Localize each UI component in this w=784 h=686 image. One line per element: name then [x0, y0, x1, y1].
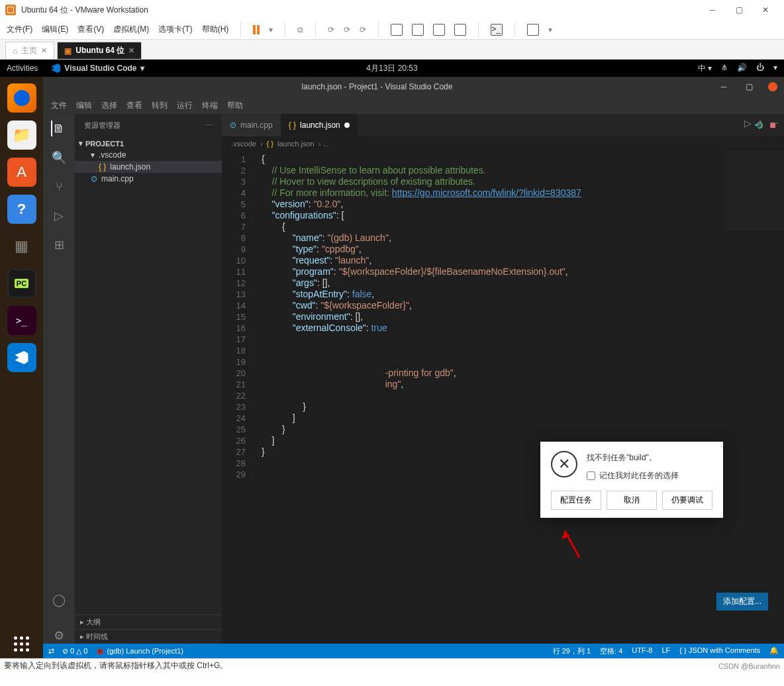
tool-icon[interactable]: ⟳ [344, 25, 350, 34]
snapshot-icon[interactable]: ⧉ [297, 25, 303, 34]
dock-firefox-icon[interactable] [7, 83, 36, 113]
debug-icon[interactable]: ▷ [51, 208, 67, 224]
explorer-label: 资源管理器 [84, 121, 121, 130]
minimize-button[interactable]: ─ [711, 77, 736, 97]
menu-view[interactable]: 查看 [126, 100, 142, 111]
vm-icon: ▣ [64, 46, 72, 56]
outline-section[interactable]: ▸ 大纲 [75, 614, 222, 629]
window-title: Ubuntu 64 位 - VMware Workstation [21, 5, 148, 16]
dock-terminal-icon[interactable] [7, 306, 36, 335]
breadcrumb-folder[interactable]: .vscode [231, 140, 256, 148]
status-spaces[interactable]: 空格: 4 [600, 646, 622, 656]
clock[interactable]: 4月13日 20:53 [366, 63, 417, 74]
pause-icon[interactable] [253, 25, 260, 34]
menu-file[interactable]: 文件(F) [7, 24, 32, 35]
tool-icon[interactable]: ⟳ [360, 25, 366, 34]
dock-files-icon[interactable]: 📁 [7, 121, 36, 150]
close-button[interactable] [768, 82, 777, 91]
search-icon[interactable]: 🔍 [51, 150, 67, 166]
dock-apps-icon[interactable] [14, 636, 29, 652]
network-icon[interactable]: ⋔ [721, 63, 728, 74]
more-icon[interactable]: ⋯ [769, 118, 779, 128]
file-launch-json[interactable]: { } launch.json [75, 161, 222, 173]
menu-help[interactable]: 帮助(H) [202, 24, 229, 35]
status-eol[interactable]: LF [662, 646, 671, 656]
status-language[interactable]: { } JSON with Comments [679, 646, 760, 656]
error-icon: ✕ [551, 451, 577, 477]
menu-tabs[interactable]: 选项卡(T) [158, 24, 192, 35]
dock-help-icon[interactable]: ? [7, 195, 36, 224]
menu-edit[interactable]: 编辑(E) [42, 24, 68, 35]
tab-main-cpp[interactable]: ⊙main.cpp [222, 114, 281, 136]
menu-run[interactable]: 运行 [177, 100, 193, 111]
vmware-icon [5, 5, 16, 15]
status-debug[interactable]: 🐞 (gdb) Launch (Project1) [95, 647, 183, 656]
minimap[interactable] [724, 151, 784, 230]
vm-hint-text: 要将输入定向到该虚拟机，请将鼠标指针移入其中或按 Ctrl+G。 [4, 660, 228, 671]
home-icon: ⌂ [13, 46, 17, 56]
breadcrumb-file[interactable]: launch.json [277, 140, 315, 148]
dock-software-icon[interactable]: A [7, 158, 36, 187]
source-control-icon[interactable]: ⑂ [51, 179, 67, 195]
explorer-icon[interactable]: 🗎 [51, 121, 67, 136]
vscode-icon [51, 64, 60, 73]
tool-icon[interactable]: ⟳ [328, 25, 334, 34]
remote-icon[interactable]: ⇄ [48, 647, 54, 656]
file-main-cpp[interactable]: ⊙ main.cpp [75, 173, 222, 185]
menu-view[interactable]: 查看(V) [77, 24, 104, 35]
split-icon[interactable]: ⫿ [758, 118, 763, 128]
folder-vscode[interactable]: ▾ .vscode [75, 149, 222, 161]
maximize-button[interactable]: ▢ [726, 0, 752, 20]
power-icon[interactable]: ⏻ [756, 63, 764, 74]
vscode-title: launch.json - Project1 - Visual Studio C… [43, 82, 711, 91]
tab-launch-json[interactable]: { }launch.json [281, 114, 358, 136]
menu-help[interactable]: 帮助 [227, 100, 243, 111]
bell-icon[interactable]: 🔔 [769, 646, 779, 656]
add-config-button[interactable]: 添加配置... [716, 593, 768, 611]
timeline-section[interactable]: ▸ 时间线 [75, 629, 222, 644]
menu-terminal[interactable]: 终端 [202, 100, 218, 111]
menu-edit[interactable]: 编辑 [76, 100, 92, 111]
fullscreen-icon[interactable] [527, 24, 539, 36]
menu-vm[interactable]: 虚拟机(M) [113, 24, 149, 35]
layout-icon[interactable] [391, 24, 403, 36]
tab-home[interactable]: ⌂ 主页 ✕ [5, 42, 54, 59]
menu-select[interactable]: 选择 [101, 100, 117, 111]
extensions-icon[interactable]: ⊞ [51, 237, 67, 253]
maximize-button[interactable]: ▢ [736, 77, 761, 97]
console-icon[interactable]: >_ [491, 24, 503, 36]
activities-button[interactable]: Activities [7, 64, 38, 73]
close-icon[interactable]: ✕ [128, 46, 134, 55]
remember-checkbox[interactable]: 记住我对此任务的选择 [587, 470, 712, 481]
dropdown-icon[interactable]: ▾ [548, 25, 552, 34]
active-app[interactable]: Visual Studio Code ▾ [51, 64, 144, 73]
close-button[interactable]: ✕ [752, 0, 779, 20]
editor-content[interactable]: { // Use IntelliSense to learn about pos… [255, 151, 784, 644]
tab-ubuntu[interactable]: ▣ Ubuntu 64 位 ✕ [57, 42, 142, 59]
settings-icon[interactable]: ⚙ [51, 628, 67, 644]
dropdown-icon[interactable]: ▾ [269, 25, 273, 34]
cancel-button[interactable]: 取消 [607, 491, 657, 510]
status-encoding[interactable]: UTF-8 [632, 646, 652, 656]
layout-icon[interactable] [412, 24, 424, 36]
project-header[interactable]: ▾ PROJECT1 [75, 138, 222, 149]
run-icon[interactable]: ▷ [744, 118, 752, 128]
dock-pycharm-icon[interactable]: PC [7, 269, 36, 298]
dock-vscode-icon[interactable] [7, 343, 36, 372]
menu-file[interactable]: 文件 [51, 100, 67, 111]
layout-icon[interactable] [433, 24, 445, 36]
status-errors[interactable]: ⊘ 0 △ 0 [62, 647, 87, 656]
volume-icon[interactable]: 🔊 [737, 63, 747, 74]
chevron-down-icon[interactable]: ▾ [773, 63, 777, 74]
status-position[interactable]: 行 29，列 1 [553, 646, 591, 656]
more-icon[interactable]: ⋯ [205, 121, 213, 130]
layout-icon[interactable] [454, 24, 466, 36]
minimize-button[interactable]: ─ [699, 0, 726, 20]
close-icon[interactable]: ✕ [41, 46, 47, 55]
dock-grid-icon[interactable]: ▦ [7, 232, 36, 261]
configure-task-button[interactable]: 配置任务 [551, 491, 601, 510]
account-icon[interactable]: ◯ [51, 592, 67, 608]
input-method[interactable]: 中 ▾ [698, 63, 712, 74]
menu-go[interactable]: 转到 [152, 100, 168, 111]
debug-anyway-button[interactable]: 仍要调试 [662, 491, 712, 510]
